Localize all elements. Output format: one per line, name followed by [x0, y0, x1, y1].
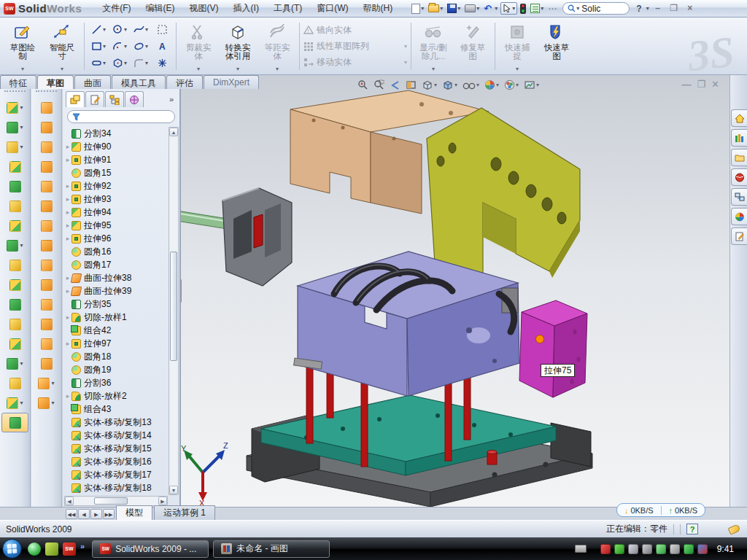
tab-feature-manager[interactable] — [66, 91, 85, 107]
tree-vertical-scrollbar[interactable]: ▲ ▼ — [169, 127, 179, 495]
delete-face-button[interactable] — [31, 295, 61, 314]
ellipse-tool[interactable]: ▾ — [131, 39, 151, 55]
sketch-button[interactable]: 草图绘 制▾ — [3, 20, 42, 73]
restore-button[interactable]: ❐ — [667, 3, 681, 15]
planar-surface-button[interactable] — [31, 216, 61, 236]
untrim-surface-button[interactable]: ▾ — [31, 393, 61, 413]
print-button[interactable]: ▾ — [463, 4, 481, 13]
expander-icon[interactable]: ▸ — [64, 143, 71, 150]
network-warning-icon[interactable] — [670, 544, 680, 554]
green-shield-icon[interactable] — [614, 544, 624, 554]
expander-icon[interactable]: ▸ — [64, 195, 71, 203]
tab-design-library[interactable] — [731, 129, 747, 147]
expander-icon[interactable]: ▸ — [64, 235, 71, 242]
command-tab-1[interactable]: 草图 — [37, 75, 74, 89]
replace-face-button[interactable] — [31, 314, 61, 334]
tree-item-5[interactable]: ▸ 拉伸93 — [64, 192, 168, 206]
select-entities-tool[interactable] — [152, 22, 172, 38]
tree-item-15[interactable]: 组合42 — [64, 324, 168, 337]
doc-close-button[interactable]: ✕ — [711, 79, 719, 90]
menu-item-1[interactable]: 编辑(E) — [139, 0, 182, 17]
tree-item-19[interactable]: 分割36 — [64, 376, 168, 389]
sync-ball-icon[interactable] — [697, 544, 708, 554]
previous-view-button[interactable] — [388, 79, 402, 91]
tree-item-2[interactable]: ▸ 拉伸91 — [64, 153, 168, 166]
next-sheet-button[interactable]: ▶ — [90, 509, 102, 519]
linear-sketch-pattern-button[interactable]: 线性草图阵列▾ — [302, 39, 409, 53]
command-tab-4[interactable]: 评估 — [166, 75, 203, 89]
taskbar-button-0[interactable]: SW SolidWorks 2009 - ... — [92, 540, 209, 558]
tree-item-21[interactable]: 组合43 — [64, 402, 168, 416]
tab-property-manager[interactable] — [85, 91, 104, 107]
scroll-left-button[interactable]: ◀ — [65, 497, 74, 505]
scroll-up-button[interactable]: ▲ — [169, 128, 178, 136]
tab-file-explorer[interactable] — [731, 149, 747, 166]
expander-icon[interactable]: ▸ — [64, 222, 71, 229]
tab-view-palette[interactable] — [731, 188, 747, 206]
tab-configuration-manager[interactable] — [105, 91, 124, 107]
extruded-cut-button[interactable]: ▾ — [0, 117, 30, 137]
tree-item-23[interactable]: 实体-移动/复制14 — [64, 429, 168, 442]
tab-appearances-scenes[interactable] — [731, 208, 747, 225]
tree-item-18[interactable]: 圆角19 — [64, 363, 168, 376]
security-plus-shield-icon[interactable] — [684, 544, 694, 554]
antivirus-red-shield-icon[interactable] — [600, 544, 611, 554]
command-tab-0[interactable]: 特征 — [0, 75, 36, 89]
tree-item-25[interactable]: 实体-移动/复制16 — [64, 455, 168, 468]
expander-icon[interactable]: ▸ — [64, 156, 71, 163]
command-tab-2[interactable]: 曲面 — [74, 75, 111, 89]
tab-solidworks-search[interactable] — [731, 168, 747, 186]
tab-dimxpert-manager[interactable] — [125, 91, 144, 107]
display-delete-relations-button[interactable]: 显示/删 除几...▾ — [414, 20, 453, 73]
split-button[interactable] — [0, 295, 30, 314]
tree-item-6[interactable]: ▸ 拉伸94 — [64, 206, 168, 219]
expander-icon[interactable]: ▸ — [64, 209, 71, 216]
point-tool[interactable] — [152, 55, 172, 71]
offset-entities-button[interactable]: 等距实 体▾ — [258, 20, 297, 73]
tree-item-3[interactable]: 圆角15 — [64, 166, 168, 179]
save-button[interactable]: ▾ — [446, 3, 462, 14]
smart-dimension-button[interactable]: 智能尺 寸▾ — [42, 20, 82, 73]
insert-part-button[interactable]: ▾ — [0, 354, 30, 373]
ruled-surface-button[interactable] — [31, 354, 61, 373]
tree-item-17[interactable]: 圆角18 — [64, 350, 168, 363]
model-yellow-bracket[interactable] — [427, 108, 580, 286]
intersect-button[interactable] — [0, 275, 30, 295]
quicklaunch-green-app-icon[interactable] — [45, 542, 58, 556]
circle-tool[interactable]: ▾ — [109, 22, 130, 38]
command-tab-3[interactable]: 模具工具 — [112, 75, 166, 89]
quicklaunch-messenger-icon[interactable] — [28, 542, 41, 556]
lofted-boss-button[interactable] — [0, 176, 30, 196]
polygon-tool[interactable]: ▾ — [109, 55, 130, 71]
tab-motion-study[interactable]: 运动算例 1 — [154, 505, 215, 520]
close-button[interactable]: × — [683, 3, 697, 15]
tree-horizontal-scrollbar[interactable]: ◀ ▶ — [64, 496, 168, 506]
swept-boss-button[interactable] — [0, 157, 30, 176]
tree-item-12[interactable]: ▸ 曲面-拉伸39 — [64, 284, 168, 298]
combine-button[interactable] — [0, 314, 30, 334]
toolbar-grip[interactable] — [36, 90, 57, 96]
tree-item-20[interactable]: ▸ 切除-放样2 — [64, 389, 168, 402]
select-tool-button[interactable]: ▾ — [500, 2, 517, 15]
arc-tool[interactable]: ▾ — [109, 39, 130, 55]
expander-icon[interactable]: ▸ — [64, 340, 71, 347]
first-sheet-button[interactable]: ◀◀ — [66, 509, 77, 519]
tab-model[interactable]: 模型 — [116, 505, 152, 520]
model-slide-unit[interactable] — [181, 188, 292, 286]
knit-surface-button[interactable] — [31, 255, 61, 275]
update-gift-icon[interactable] — [628, 544, 638, 554]
slot-tool[interactable]: ▾ — [88, 55, 109, 71]
tree-item-7[interactable]: ▸ 拉伸95 — [64, 219, 168, 232]
tree-item-11[interactable]: ▸ 曲面-拉伸38 — [64, 271, 168, 284]
minimize-button[interactable]: – — [651, 3, 665, 15]
shell-button[interactable] — [0, 196, 30, 216]
tree-item-9[interactable]: 圆角16 — [64, 245, 168, 258]
menu-item-2[interactable]: 视图(V) — [182, 0, 226, 17]
hole-wizard-button[interactable] — [0, 216, 30, 236]
graphics-viewport[interactable]: Y Z X ▾ ▾ ▾ ▾ ▾ ▾ — ❐ — [181, 75, 729, 507]
edit-appearance-button[interactable]: ▾ — [483, 79, 500, 91]
expander-icon[interactable]: ▸ — [64, 392, 71, 400]
help-button[interactable]: ? — [634, 4, 643, 14]
display-style-button[interactable]: ▾ — [441, 79, 459, 91]
menu-item-6[interactable]: 帮助(H) — [356, 0, 400, 17]
